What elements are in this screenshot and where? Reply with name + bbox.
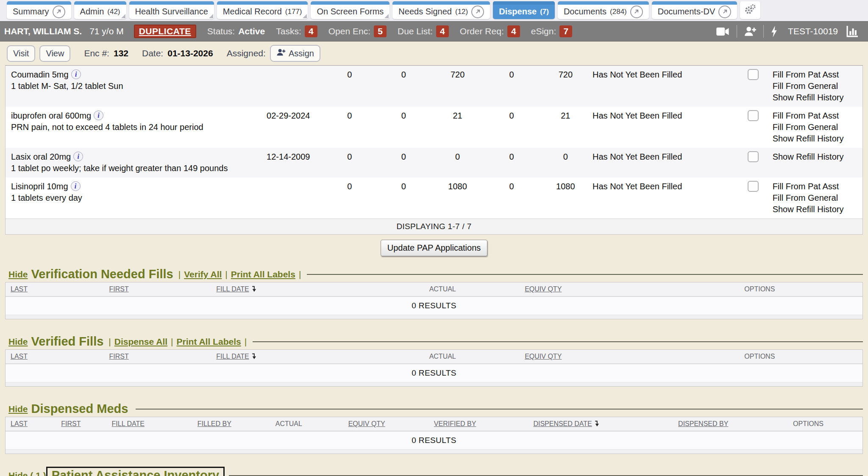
medication-row: Coumadin 5mgi 1 tablet M- Sat, 1/2 table… (6, 66, 862, 107)
growth-chart-icon[interactable] (846, 26, 858, 37)
tab-label: Health Surveillance (135, 7, 208, 17)
medication-sig: 1 tablet po weekly; take if weight great… (11, 163, 228, 173)
tab-medical-record[interactable]: Medical Record (177) (217, 1, 308, 19)
order-req-count-badge[interactable]: 4 (507, 25, 520, 37)
table-footer (6, 315, 862, 319)
tasks-count-badge[interactable]: 4 (305, 25, 317, 37)
tab-settings-button[interactable] (740, 1, 760, 19)
section-title: Verification Needed Fills (31, 267, 173, 281)
fill-status: Has Not Yet Been Filled (593, 107, 734, 148)
column-header-last[interactable]: LAST (6, 350, 104, 364)
tab-documents[interactable]: Documents (284) (558, 1, 649, 19)
column-header-fill-date[interactable]: FILL DATE (211, 282, 365, 296)
hide-link[interactable]: Hide (8, 269, 28, 280)
popout-arrow-icon[interactable] (718, 6, 731, 18)
fill-checkbox[interactable] (748, 151, 759, 162)
option-link[interactable]: Show Refill History (773, 151, 859, 163)
tab-dispense[interactable]: Dispense (7) (493, 1, 555, 19)
column-header-last[interactable]: LAST (6, 417, 56, 431)
add-person-icon[interactable] (744, 26, 757, 37)
video-camera-icon[interactable] (716, 27, 730, 36)
column-header-equiv-qty[interactable]: EQUIV QTY (520, 282, 657, 296)
column-header-filled-by[interactable]: FILLED BY (192, 417, 270, 431)
column-header-dispensed-date[interactable]: DISPENSED DATE (528, 417, 673, 431)
tab-health-surveillance[interactable]: Health Surveillance (129, 1, 214, 19)
hide-link[interactable]: Hide ( 1 ) (8, 470, 46, 476)
tab-on-screen-forms[interactable]: On Screen Forms (311, 1, 389, 19)
column-header-equiv-qty[interactable]: EQUIV QTY (343, 417, 429, 431)
column-header-fill-date[interactable]: FILL DATE (211, 350, 365, 364)
assigned-label: Assigned: (227, 48, 266, 58)
verify-all-link[interactable]: Verify All (184, 269, 222, 280)
option-link[interactable]: Fill From General (773, 192, 859, 204)
sort-descending-icon (251, 353, 256, 360)
update-pap-applications-button[interactable]: Update PAP Applications (381, 240, 488, 256)
due-list-count-badge[interactable]: 4 (436, 25, 449, 37)
column-header-last[interactable]: LAST (6, 282, 104, 296)
divider (136, 409, 863, 410)
fill-checkbox[interactable] (748, 110, 759, 121)
assign-button[interactable]: Assign (270, 45, 320, 62)
qty-value: 0 (377, 177, 431, 219)
column-header-verified-by[interactable]: VERIFIED BY (429, 417, 529, 431)
qty-value: 0 (484, 66, 538, 107)
results-count: 0 RESULTS (6, 296, 862, 315)
qty-value: 0 (377, 148, 431, 177)
lightning-icon[interactable] (771, 26, 778, 37)
popout-arrow-icon[interactable] (53, 6, 65, 18)
separator: | (108, 337, 111, 347)
qty-value: 720 (539, 66, 593, 107)
option-link[interactable]: Fill From Pat Asst (773, 69, 859, 80)
sort-descending-icon (594, 420, 599, 427)
date-label: Date: (142, 48, 163, 58)
open-enc-count-badge[interactable]: 5 (374, 25, 387, 37)
tab-label: Documents-DV (658, 7, 715, 17)
column-header-equiv-qty[interactable]: EQUIV QTY (520, 350, 657, 364)
tab-label: Documents (564, 7, 606, 17)
popout-arrow-icon[interactable] (471, 6, 484, 18)
info-icon[interactable]: i (71, 69, 81, 79)
tab-summary[interactable]: Summary (7, 1, 71, 19)
assign-button-label: Assign (289, 49, 314, 58)
tab-label: Admin (80, 7, 104, 17)
fill-checkbox[interactable] (748, 69, 759, 80)
option-link[interactable]: Fill From General (773, 122, 859, 133)
column-header-fill-date[interactable]: FILL DATE (107, 417, 192, 431)
info-icon[interactable]: i (73, 152, 83, 161)
print-all-labels-link[interactable]: Print All Labels (177, 337, 241, 347)
column-header-first[interactable]: FIRST (104, 282, 211, 296)
info-icon[interactable]: i (94, 111, 103, 120)
dispensed-meds-section: Hide Dispensed Meds LAST FIRST FILL DATE… (0, 402, 868, 454)
print-all-labels-link[interactable]: Print All Labels (231, 269, 295, 280)
results-count: 0 RESULTS (6, 364, 862, 382)
option-link[interactable]: Show Refill History (773, 204, 859, 215)
option-link[interactable]: Fill From General (773, 80, 859, 92)
divider (763, 25, 764, 38)
duplicate-badge[interactable]: DUPLICATE (134, 25, 196, 38)
visit-button[interactable]: Visit (7, 45, 35, 62)
view-button[interactable]: View (39, 45, 70, 62)
hide-link[interactable]: Hide (8, 337, 28, 347)
option-link[interactable]: Fill From Pat Asst (773, 110, 859, 122)
option-link[interactable]: Show Refill History (773, 92, 859, 103)
verification-needed-fills-section: Hide Verification Needed Fills | Verify … (0, 267, 868, 319)
tab-needs-signed[interactable]: Needs Signed (12) (392, 1, 490, 19)
dispense-all-link[interactable]: Dispense All (114, 337, 167, 347)
tab-bar: Summary Admin (42) Health Surveillance M… (0, 0, 868, 21)
fill-checkbox[interactable] (748, 181, 759, 192)
esign-count-badge[interactable]: 7 (559, 25, 572, 37)
tab-documents-dv[interactable]: Documents-DV (652, 1, 737, 19)
option-link[interactable]: Fill From Pat Asst (773, 181, 859, 192)
popout-arrow-icon[interactable] (630, 6, 643, 18)
column-header-options: OPTIONS (788, 417, 862, 431)
column-header-first[interactable]: FIRST (56, 417, 106, 431)
hide-link[interactable]: Hide (8, 404, 28, 414)
tab-admin[interactable]: Admin (42) (74, 1, 126, 19)
info-icon[interactable]: i (71, 181, 81, 191)
column-header-dispensed-by[interactable]: DISPENSED BY (673, 417, 788, 431)
option-link[interactable]: Show Refill History (773, 133, 859, 144)
column-header-first[interactable]: FIRST (104, 350, 211, 364)
last-fill-date (254, 66, 323, 107)
column-header-options: OPTIONS (657, 282, 862, 296)
qty-value: 0 (377, 107, 431, 148)
